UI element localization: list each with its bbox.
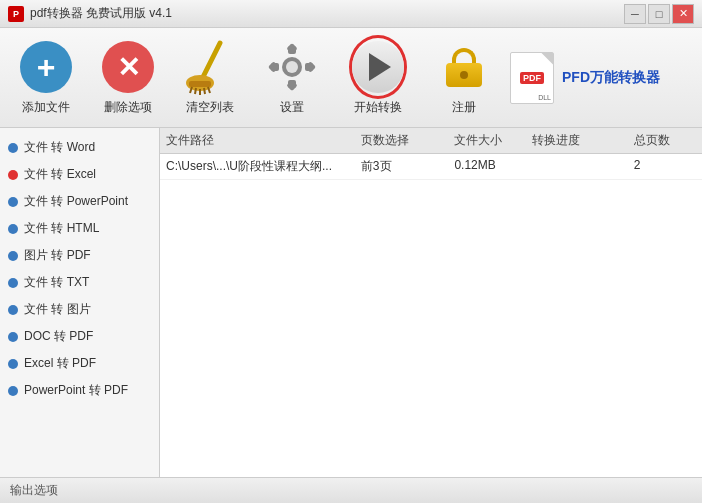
sidebar-item-powerpoint[interactable]: 文件 转 PowerPoint bbox=[0, 188, 159, 215]
output-options-label: 输出选项 bbox=[10, 482, 58, 499]
svg-rect-2 bbox=[189, 81, 211, 87]
table-row[interactable]: C:\Users\...\U阶段性课程大纲... 前3页 0.12MB 2 bbox=[160, 154, 702, 180]
dot-icon bbox=[8, 143, 18, 153]
pdf-sub-text: DLL bbox=[538, 94, 551, 101]
sidebar-item-img-label: 文件 转 图片 bbox=[24, 301, 91, 318]
add-file-icon-wrap: + bbox=[18, 39, 74, 95]
sidebar: 文件 转 Word 文件 转 Excel 文件 转 PowerPoint 文件 … bbox=[0, 128, 160, 477]
brand-text: PFD万能转换器 bbox=[562, 69, 660, 87]
header-size: 文件大小 bbox=[454, 132, 532, 149]
sidebar-item-img-pdf-label: 图片 转 PDF bbox=[24, 247, 91, 264]
pdf-brand-icon: PDF DLL PFD万能转换器 bbox=[510, 52, 660, 104]
start-outer-ring bbox=[349, 35, 407, 99]
lock-icon-wrap bbox=[436, 39, 492, 95]
svg-point-9 bbox=[286, 61, 298, 73]
svg-line-0 bbox=[202, 43, 220, 79]
sidebar-item-word[interactable]: 文件 转 Word bbox=[0, 134, 159, 161]
dot-icon bbox=[8, 386, 18, 396]
start-inner-circle bbox=[352, 41, 404, 93]
lock-body bbox=[446, 63, 482, 87]
row-pages: 前3页 bbox=[361, 158, 455, 175]
sidebar-item-txt-label: 文件 转 TXT bbox=[24, 274, 89, 291]
register-label: 注册 bbox=[452, 99, 476, 116]
lock-shackle bbox=[452, 48, 476, 64]
row-path: C:\Users\...\U阶段性课程大纲... bbox=[166, 158, 361, 175]
dot-icon bbox=[8, 224, 18, 234]
dot-icon bbox=[8, 305, 18, 315]
svg-rect-14 bbox=[286, 43, 297, 54]
sidebar-item-img[interactable]: 文件 转 图片 bbox=[0, 296, 159, 323]
content-area: 文件路径 页数选择 文件大小 转换进度 总页数 C:\Users\...\U阶段… bbox=[160, 128, 702, 477]
header-pages: 页数选择 bbox=[361, 132, 455, 149]
dot-icon bbox=[8, 170, 18, 180]
sidebar-item-excel[interactable]: 文件 转 Excel bbox=[0, 161, 159, 188]
sidebar-item-ppt-pdf-label: PowerPoint 转 PDF bbox=[24, 382, 128, 399]
svg-line-4 bbox=[195, 88, 196, 94]
sidebar-item-html-label: 文件 转 HTML bbox=[24, 220, 99, 237]
sidebar-item-word-label: 文件 转 Word bbox=[24, 139, 95, 156]
start-convert-button[interactable]: 开始转换 bbox=[338, 39, 418, 116]
table-header: 文件路径 页数选择 文件大小 转换进度 总页数 bbox=[160, 128, 702, 154]
window-controls: ─ □ ✕ bbox=[624, 4, 694, 24]
title-bar-left: P pdf转换器 免费试用版 v4.1 bbox=[8, 5, 172, 22]
toolbar: + 添加文件 ✕ 删除选项 清空列表 bbox=[0, 28, 702, 128]
delete-icon-wrap: ✕ bbox=[100, 39, 156, 95]
dot-icon bbox=[8, 251, 18, 261]
settings-label: 设置 bbox=[280, 99, 304, 116]
play-triangle-icon bbox=[369, 53, 391, 81]
bottom-bar: 输出选项 bbox=[0, 477, 702, 503]
pdf-page-icon: PDF DLL bbox=[510, 52, 554, 104]
lock-keyhole bbox=[460, 71, 468, 79]
clear-list-label: 清空列表 bbox=[186, 99, 234, 116]
svg-rect-16 bbox=[286, 80, 297, 91]
lock-icon bbox=[438, 41, 490, 93]
header-progress: 转换进度 bbox=[532, 132, 633, 149]
sidebar-item-excel-pdf[interactable]: Excel 转 PDF bbox=[0, 350, 159, 377]
delete-button[interactable]: ✕ 删除选项 bbox=[92, 39, 164, 116]
sidebar-item-html[interactable]: 文件 转 HTML bbox=[0, 215, 159, 242]
pdf-badge: PDF bbox=[520, 72, 544, 84]
row-progress bbox=[532, 158, 633, 175]
svg-rect-17 bbox=[268, 61, 279, 72]
broom-icon-wrap bbox=[182, 39, 238, 95]
app-icon: P bbox=[8, 6, 24, 22]
sidebar-item-excel-pdf-label: Excel 转 PDF bbox=[24, 355, 96, 372]
start-convert-icon-wrap bbox=[350, 39, 406, 95]
dot-icon bbox=[8, 332, 18, 342]
brand-area: PDF DLL PFD万能转换器 bbox=[510, 52, 650, 104]
svg-line-6 bbox=[204, 88, 205, 94]
sidebar-item-txt[interactable]: 文件 转 TXT bbox=[0, 269, 159, 296]
start-convert-label: 开始转换 bbox=[354, 99, 402, 116]
add-file-label: 添加文件 bbox=[22, 99, 70, 116]
app-title: pdf转换器 免费试用版 v4.1 bbox=[30, 5, 172, 22]
sidebar-item-powerpoint-label: 文件 转 PowerPoint bbox=[24, 193, 128, 210]
table-body: C:\Users\...\U阶段性课程大纲... 前3页 0.12MB 2 bbox=[160, 154, 702, 477]
sidebar-item-img-pdf[interactable]: 图片 转 PDF bbox=[0, 242, 159, 269]
settings-button[interactable]: 设置 bbox=[256, 39, 328, 116]
header-path: 文件路径 bbox=[166, 132, 361, 149]
add-file-button[interactable]: + 添加文件 bbox=[10, 39, 82, 116]
sidebar-item-doc-pdf[interactable]: DOC 转 PDF bbox=[0, 323, 159, 350]
maximize-button[interactable]: □ bbox=[648, 4, 670, 24]
clear-list-button[interactable]: 清空列表 bbox=[174, 39, 246, 116]
register-button[interactable]: 注册 bbox=[428, 39, 500, 116]
dot-icon bbox=[8, 197, 18, 207]
row-total: 2 bbox=[634, 158, 696, 175]
sidebar-item-ppt-pdf[interactable]: PowerPoint 转 PDF bbox=[0, 377, 159, 404]
gear-icon bbox=[266, 41, 318, 93]
header-total: 总页数 bbox=[634, 132, 696, 149]
add-file-icon: + bbox=[20, 41, 72, 93]
title-bar: P pdf转换器 免费试用版 v4.1 ─ □ ✕ bbox=[0, 0, 702, 28]
sidebar-item-doc-pdf-label: DOC 转 PDF bbox=[24, 328, 93, 345]
broom-icon bbox=[184, 39, 236, 95]
delete-label: 删除选项 bbox=[104, 99, 152, 116]
sidebar-item-excel-label: 文件 转 Excel bbox=[24, 166, 96, 183]
dot-icon bbox=[8, 278, 18, 288]
close-button[interactable]: ✕ bbox=[672, 4, 694, 24]
main-area: 文件 转 Word 文件 转 Excel 文件 转 PowerPoint 文件 … bbox=[0, 128, 702, 477]
delete-icon: ✕ bbox=[102, 41, 154, 93]
settings-icon-wrap bbox=[264, 39, 320, 95]
row-size: 0.12MB bbox=[454, 158, 532, 175]
minimize-button[interactable]: ─ bbox=[624, 4, 646, 24]
dot-icon bbox=[8, 359, 18, 369]
